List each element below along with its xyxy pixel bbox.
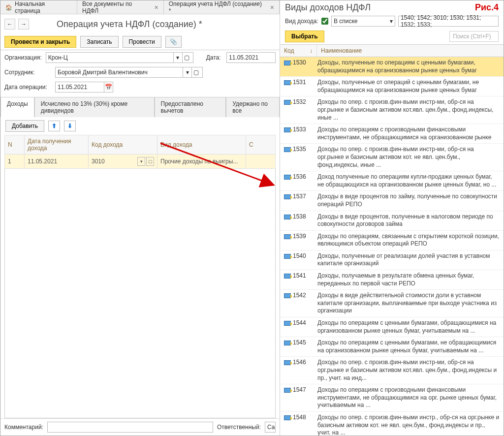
list-item[interactable]: 1537Доходы в виде процентов по займу, по… xyxy=(280,191,504,211)
search-input[interactable]: Поиск (Ctrl+F) xyxy=(449,31,499,42)
list-item[interactable]: 1538Доходы в виде процентов, полученные … xyxy=(280,211,504,231)
item-name: Доходы по опер. с произв.фин-выми инстр-… xyxy=(317,98,500,122)
comment-input[interactable] xyxy=(47,422,213,433)
attach-button[interactable] xyxy=(165,36,182,48)
col-code[interactable]: Код дохода xyxy=(89,135,158,155)
cell-date[interactable]: 11.05.2021 xyxy=(25,155,89,169)
list-item[interactable]: 1536Доход полученные по операциям купли-… xyxy=(280,171,504,191)
close-icon[interactable]: × xyxy=(270,3,274,11)
emp-value: Боровой Дмитрий Валентинович xyxy=(58,69,183,76)
cell-code[interactable]: 3010 ▾ ▢ xyxy=(89,155,158,169)
item-code: 1545 xyxy=(284,339,314,354)
item-code: 1547 xyxy=(284,386,314,409)
filter-mode-select[interactable]: В списке ▾ xyxy=(331,16,395,27)
tab-op-label: Операция учета НДФЛ (создание) * xyxy=(169,0,266,14)
responsible-input[interactable]: Са xyxy=(265,422,276,433)
cell-sum[interactable] xyxy=(246,155,276,169)
org-label: Организация: xyxy=(4,54,42,61)
table-row: 1 11.05.2021 3010 ▾ ▢ Прочие доходы по в… xyxy=(5,155,276,169)
item-name: Доходы в виде процентов по займу, получе… xyxy=(317,193,500,208)
calendar-icon[interactable]: 📅 xyxy=(104,82,113,93)
list-item[interactable]: 1546Доходы по опер. с произв.фин-выми ин… xyxy=(280,357,504,384)
list-item[interactable]: 1545Доходы по операциям с ценными бумага… xyxy=(280,337,504,357)
date-label: Дата: xyxy=(206,54,222,61)
tab-calc[interactable]: Исчислено по 13% (30%) кроме дивидендов xyxy=(34,97,155,117)
filter-checkbox[interactable] xyxy=(321,18,328,25)
col-header-code[interactable]: Код ↓ xyxy=(280,45,317,57)
item-name: Доходы, полученные по операциям с ценным… xyxy=(317,59,500,74)
item-name: Доходы по опер. с произв.фин-выми инстр-… xyxy=(317,146,500,169)
col-header-name[interactable]: Наименование xyxy=(317,45,504,57)
grid-empty-area xyxy=(4,169,276,418)
nav-back-button[interactable]: ← xyxy=(4,19,15,30)
item-code: 1541 xyxy=(284,272,314,287)
list-item[interactable]: 1535Доходы по опер. с произв.фин-выми ин… xyxy=(280,144,504,171)
item-code: 1536 xyxy=(284,173,314,188)
list-item[interactable]: 1531Доходы, полученные от операций с цен… xyxy=(280,77,504,96)
add-row-button[interactable]: Добавить xyxy=(5,120,44,132)
item-code: 1548 xyxy=(284,414,314,436)
chevron-down-icon[interactable]: ▾ xyxy=(173,53,182,62)
nav-forward-button[interactable]: → xyxy=(18,19,29,30)
col-sum[interactable]: С xyxy=(246,135,276,155)
select-button[interactable]: Выбрать xyxy=(285,31,324,42)
emp-input[interactable]: Боровой Дмитрий Валентинович ▾ ▢ xyxy=(55,67,203,78)
open-icon[interactable]: ▢ xyxy=(182,53,191,62)
list-item[interactable]: 1539Доходы по операциям, связанным с отк… xyxy=(280,231,504,250)
item-name: Доходы по опер. с произв.фин-выми инстр-… xyxy=(317,359,500,382)
item-code: 1539 xyxy=(284,233,314,248)
item-name: Доходы по операциям, связанным с открыти… xyxy=(317,233,500,248)
filter-codes-input[interactable]: 1540; 1542; 3010; 1530; 1531; 1532; 1533… xyxy=(398,16,499,27)
figure-label: Рис.4 xyxy=(475,2,499,13)
chevron-down-icon[interactable]: ▾ xyxy=(137,157,145,166)
list-item[interactable]: 1532Доходы по опер. с произв.фин-выми ин… xyxy=(280,96,504,124)
chevron-down-icon[interactable]: ▾ xyxy=(183,67,191,77)
filter-label: Вид дохода: xyxy=(285,18,318,25)
open-icon[interactable]: ▢ xyxy=(191,67,200,77)
income-types-list: 1530Доходы, полученные по операциям с це… xyxy=(280,57,504,436)
list-item[interactable]: 1540Доходы, полученные от реализации дол… xyxy=(280,250,504,270)
tab-deduct[interactable]: Предоставлено вычетов xyxy=(155,97,226,117)
item-code: 1538 xyxy=(284,213,314,228)
list-item[interactable]: 1547Доходы по операциям с производными ф… xyxy=(280,384,504,412)
item-name: Доходы, полученные от операций с ценными… xyxy=(317,79,500,94)
tag-icon xyxy=(284,100,291,105)
post-close-button[interactable]: Провести и закрыть xyxy=(4,36,76,48)
move-up-button[interactable]: ⬆ xyxy=(48,121,60,131)
responsible-label: Ответственный: xyxy=(217,424,261,431)
item-code: 1542 xyxy=(284,292,314,315)
tag-icon xyxy=(284,215,291,219)
tab-all-docs[interactable]: Все документы по НДФЛ × xyxy=(77,0,164,14)
org-input[interactable]: Крон-Ц ▾ ▢ xyxy=(46,52,193,63)
col-n[interactable]: N xyxy=(5,135,25,155)
post-button[interactable]: Провести xyxy=(123,36,161,48)
col-date[interactable]: Дата получения дохода xyxy=(25,135,89,155)
date-input[interactable]: 11.05.2021 xyxy=(226,52,276,63)
close-icon[interactable]: × xyxy=(155,3,158,11)
cell-n[interactable]: 1 xyxy=(5,155,25,169)
opdate-value: 11.05.2021 xyxy=(58,84,87,91)
tab-income[interactable]: Доходы xyxy=(0,97,34,117)
save-button[interactable]: Записать xyxy=(80,36,118,48)
cell-kind: Прочие доходы по выигры... xyxy=(158,155,246,169)
tab-withheld[interactable]: Удержано по все xyxy=(226,97,280,117)
move-down-button[interactable]: ⬇ xyxy=(64,121,76,131)
tag-icon xyxy=(284,321,291,326)
chevron-down-icon: ▾ xyxy=(390,18,393,25)
tab-operation[interactable]: Операция учета НДФЛ (создание) * × xyxy=(164,0,280,14)
income-table: N Дата получения дохода Код дохода Вид д… xyxy=(4,135,276,169)
list-item[interactable]: 1541Доходы, получаемые в результате обме… xyxy=(280,270,504,290)
open-ref-icon[interactable]: ▢ xyxy=(146,157,154,166)
col-kind[interactable]: Вид дохода xyxy=(158,135,246,155)
tag-icon xyxy=(284,341,291,345)
opdate-input[interactable]: 11.05.2021 xyxy=(55,82,104,93)
tab-home[interactable]: Начальная страница xyxy=(0,0,77,14)
list-item[interactable]: 1533Доходы по операциям с производными ф… xyxy=(280,124,504,144)
list-item[interactable]: 1542Доходы в виде действительной стоимос… xyxy=(280,290,504,317)
item-name: Доходы по операциям с производными финан… xyxy=(317,386,500,409)
list-item[interactable]: 1530Доходы, полученные по операциям с це… xyxy=(280,57,504,77)
code-value: 3010 xyxy=(92,158,136,165)
item-code: 1540 xyxy=(284,252,314,268)
list-item[interactable]: 1548Доходы по опер. с произв.фин-выми ин… xyxy=(280,412,504,436)
list-item[interactable]: 1544Доходы по операциям с ценными бумага… xyxy=(280,317,504,337)
